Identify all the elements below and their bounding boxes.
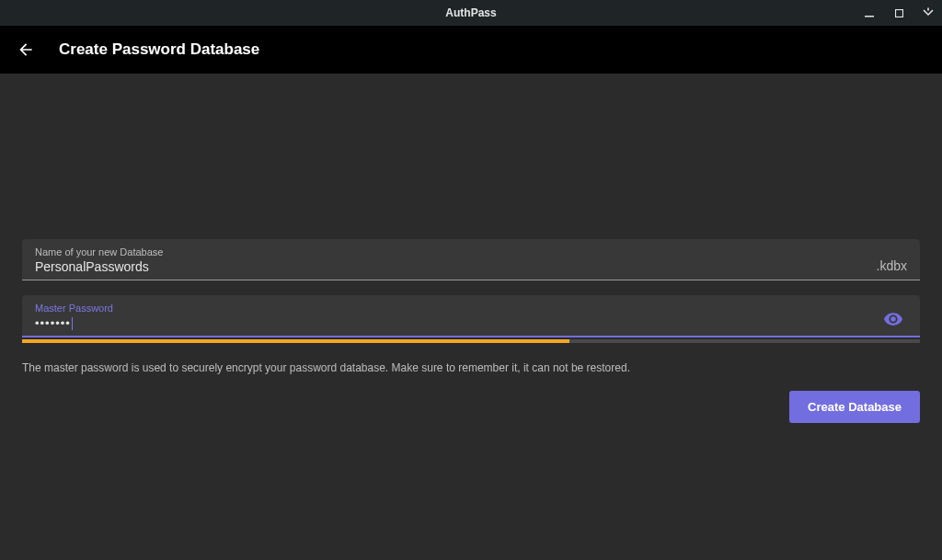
app-menu-icon <box>922 6 935 19</box>
database-name-label: Name of your new Database <box>35 246 869 257</box>
svg-rect-1 <box>895 9 902 17</box>
content-area: Name of your new Database PersonalPasswo… <box>0 74 942 423</box>
maximize-button[interactable] <box>892 6 905 19</box>
minimize-icon <box>865 8 874 17</box>
text-cursor <box>72 317 73 330</box>
arrow-left-icon <box>17 40 35 59</box>
master-password-input[interactable]: ••••••• <box>35 315 876 330</box>
password-masked-value: ••••••• <box>35 316 71 330</box>
maximize-icon <box>895 9 903 17</box>
window-title: AuthPass <box>445 6 496 19</box>
database-name-field[interactable]: Name of your new Database PersonalPasswo… <box>22 239 920 280</box>
master-password-label: Master Password <box>35 303 876 314</box>
master-password-field[interactable]: Master Password ••••••• <box>22 295 920 337</box>
field-main: Master Password ••••••• <box>35 303 876 330</box>
toggle-password-visibility-button[interactable] <box>876 309 907 330</box>
field-main: Name of your new Database PersonalPasswo… <box>35 246 869 274</box>
titlebar: AuthPass <box>0 0 942 26</box>
strength-rest <box>569 339 920 343</box>
create-database-button[interactable]: Create Database <box>789 391 920 423</box>
eye-icon <box>883 309 903 329</box>
password-strength-bar <box>22 339 920 343</box>
minimize-button[interactable] <box>863 6 876 19</box>
action-row: Create Database <box>22 391 920 423</box>
database-extension-suffix: .kdbx <box>869 258 907 274</box>
back-button[interactable] <box>15 39 37 61</box>
svg-rect-0 <box>865 16 874 17</box>
app-header: Create Password Database <box>0 26 942 74</box>
database-name-input[interactable]: PersonalPasswords <box>35 259 869 274</box>
window-controls <box>863 6 935 19</box>
svg-rect-2 <box>927 8 929 11</box>
app-menu-button[interactable] <box>922 6 935 19</box>
help-text: The master password is used to securely … <box>22 361 920 374</box>
strength-fill <box>22 339 569 343</box>
page-title: Create Password Database <box>59 40 259 59</box>
